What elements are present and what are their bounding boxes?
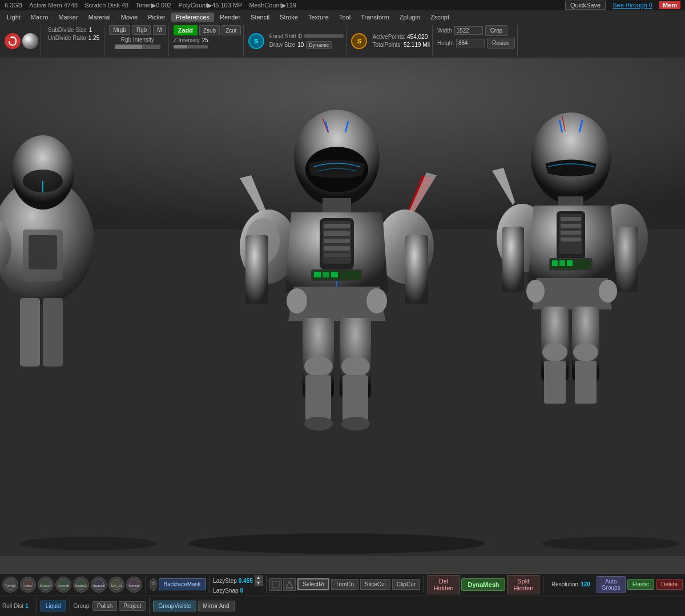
svg-point-81 [20, 537, 157, 550]
stroke-icon2[interactable] [283, 578, 296, 591]
lazystep-up[interactable]: ▲ [255, 575, 263, 581]
canvas-area[interactable] [0, 58, 685, 556]
brush-monste[interactable]: Monste [126, 577, 142, 593]
dynamic-button[interactable]: Dynamic [306, 41, 332, 49]
mem-button[interactable]: Mem [659, 1, 680, 9]
sidebar-item-picker[interactable]: Picker [143, 13, 170, 22]
splithidden-button[interactable]: Split Hidden [507, 575, 539, 594]
sidebar-item-marker[interactable]: Marker [54, 13, 82, 22]
sidebar-item-render[interactable]: Render [215, 13, 245, 22]
robots-svg [0, 58, 685, 556]
brush-orb-cr[interactable]: Orb_Cr [108, 577, 124, 593]
rgb-intensity-label: Rgb Intensity [121, 37, 154, 43]
sidebar-item-material[interactable]: Material [84, 13, 115, 22]
lazystep-down[interactable]: ▼ [255, 581, 263, 586]
rotate-section [2, 25, 41, 57]
quicksave-button[interactable]: QuickSave [565, 1, 606, 10]
memory-display: 6.3GB [5, 2, 22, 9]
focal-shift-slider[interactable] [304, 34, 344, 38]
rgb-button[interactable]: Rgb [132, 25, 151, 35]
lazystep-label: LazyStep [213, 578, 237, 584]
focal-shift-label: Focal Shift [269, 33, 296, 39]
stroke-icon1[interactable] [269, 578, 282, 591]
brush-snakeh[interactable]: SnakeH [38, 577, 54, 593]
brush-trimdy[interactable]: TrimDy [2, 577, 18, 593]
liquid-button[interactable]: Liquid [41, 601, 66, 611]
height-input[interactable] [456, 39, 485, 47]
sphere-display [22, 33, 38, 49]
viewport[interactable] [0, 58, 685, 556]
svg-text:TrimDy: TrimDy [5, 584, 15, 587]
focal-shift-value: 0 [299, 33, 302, 39]
project-button[interactable]: Project [119, 601, 146, 611]
dynamesh-button[interactable]: DynaMesh [461, 578, 505, 591]
resolution-value: 120 [581, 581, 590, 587]
active-points-value: 454,020 [407, 34, 428, 40]
svg-point-70 [573, 343, 598, 361]
svg-rect-31 [245, 235, 268, 304]
mirrorand-button[interactable]: Mirror And [198, 601, 235, 611]
svg-text:SnakeH: SnakeH [39, 584, 51, 587]
z-intensity-slider[interactable] [174, 45, 208, 49]
divider5 [543, 576, 543, 593]
svg-point-73 [526, 280, 545, 303]
svg-rect-78 [559, 260, 565, 266]
sidebar-item-preferences[interactable]: Preferences [171, 13, 214, 22]
sidebar-item-stencil[interactable]: Stencil [246, 13, 274, 22]
m-button[interactable]: M [153, 25, 166, 35]
brush-snakec[interactable]: SnakeC [73, 577, 89, 593]
brush-rugasb[interactable]: RugasB [91, 577, 107, 593]
selectri-button[interactable]: SelectRi [297, 578, 329, 590]
sidebar-item-stroke[interactable]: Stroke [275, 13, 303, 22]
svg-rect-25 [324, 224, 350, 228]
delete-button[interactable]: Delete [656, 579, 683, 590]
rgb-intensity-slider[interactable] [115, 45, 160, 49]
resize-button[interactable]: Resize [487, 38, 515, 49]
svg-point-42 [304, 417, 333, 430]
trimcu-button[interactable]: TrimCu [331, 579, 358, 590]
clipcur-button[interactable]: ClipCur [392, 579, 420, 590]
delhidden-button[interactable]: Del Hidden [428, 575, 460, 594]
brush-inflat[interactable]: Inflat [20, 577, 36, 593]
zsub-button[interactable]: Zsub [199, 25, 220, 35]
width-input[interactable] [454, 26, 483, 35]
svg-point-82 [542, 537, 679, 550]
sidebar-item-transform[interactable]: Transform [356, 13, 394, 22]
zadd-button[interactable]: Zadd [174, 25, 198, 35]
autogroups-button[interactable]: Auto Groups [597, 576, 626, 593]
sidebar-item-tool[interactable]: Tool [335, 13, 355, 22]
timer-display: Timer▶0.002 [135, 2, 171, 9]
lazystep-arrows: ▲ ▼ [255, 575, 263, 586]
svg-rect-41 [342, 375, 368, 421]
sidebar-item-light[interactable]: Light [2, 13, 25, 22]
draw-size-value: 10 [297, 42, 304, 48]
divider6 [37, 597, 37, 614]
sidebar-item-macro[interactable]: Macro [26, 13, 53, 22]
sidebar-item-movie[interactable]: Movie [116, 13, 142, 22]
sidebar-item-zplugin[interactable]: Zplugin [395, 13, 425, 22]
mrgb-button[interactable]: Mrgb [109, 25, 130, 35]
svg-rect-64 [502, 227, 524, 292]
focal-icon[interactable]: S [248, 33, 264, 49]
z-intensity-label: Z Intensity [174, 37, 200, 43]
points-section: S ActivePoints: 454,020 TotalPoints: 52.… [349, 25, 433, 57]
dimensions-section: Width Crop Height Resize [435, 25, 517, 57]
polish-button[interactable]: Polish [92, 601, 117, 611]
rotate-button[interactable] [5, 33, 21, 49]
sidebar-item-texture[interactable]: Texture [304, 13, 333, 22]
crop-button[interactable]: Crop [485, 25, 508, 36]
subdivide-value: 1 [89, 27, 92, 33]
slicecui-button[interactable]: SliceCui [360, 579, 390, 590]
svg-point-74 [599, 280, 617, 303]
help-button[interactable]: ? [150, 578, 157, 591]
height-label: Height [437, 40, 454, 46]
brush-row: TrimDy Inflat SnakeH SnakeS [2, 577, 142, 593]
elastic-button[interactable]: Elastic [627, 579, 654, 590]
svg-rect-61 [561, 224, 581, 228]
backfacemask-button[interactable]: BackfaceMask [159, 578, 206, 590]
svg-text:RugasB: RugasB [92, 584, 104, 587]
sidebar-item-zscript[interactable]: Zscript [426, 13, 454, 22]
groupvisible-button[interactable]: GroupVisible [153, 601, 196, 611]
brush-snakes[interactable]: SnakeS [55, 577, 71, 593]
zcut-button[interactable]: Zcut [221, 25, 240, 35]
